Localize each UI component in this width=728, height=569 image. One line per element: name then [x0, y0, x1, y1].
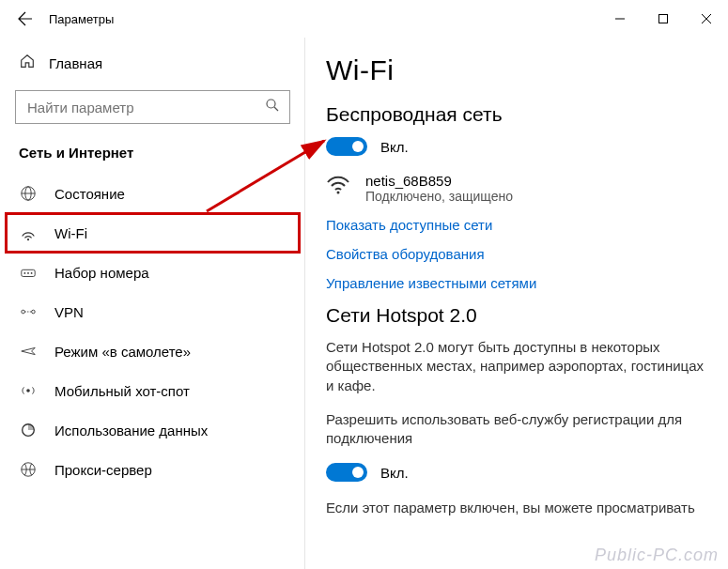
- hotspot-description: Сети Hotspot 2.0 могут быть доступны в н…: [326, 338, 707, 395]
- maximize-icon: [658, 14, 668, 23]
- close-button[interactable]: [685, 4, 728, 34]
- sidebar-item-wifi[interactable]: Wi-Fi: [6, 213, 300, 253]
- wifi-signal-icon: [326, 173, 350, 198]
- svg-point-11: [24, 272, 26, 274]
- link-known-networks[interactable]: Управление известными сетями: [326, 275, 707, 291]
- svg-point-4: [267, 100, 275, 108]
- sidebar-item-dialup[interactable]: Набор номера: [0, 253, 305, 292]
- search-icon: [265, 98, 280, 116]
- sidebar-item-data-usage[interactable]: Использование данных: [0, 410, 305, 450]
- globe-icon: [19, 185, 38, 202]
- hotspot-toggle-label: Вкл.: [380, 465, 409, 481]
- vpn-icon: [19, 303, 38, 320]
- svg-point-14: [22, 310, 25, 314]
- watermark: Public-PC.com: [595, 546, 719, 565]
- sidebar-item-label: VPN: [54, 304, 84, 320]
- arrow-left-icon: [18, 11, 33, 26]
- search-input[interactable]: [25, 99, 265, 116]
- sidebar-section-title: Сеть и Интернет: [0, 141, 305, 174]
- back-button[interactable]: [11, 5, 39, 33]
- sidebar-item-proxy[interactable]: Прокси-сервер: [0, 450, 305, 489]
- minimize-icon: [615, 14, 625, 23]
- svg-point-13: [31, 272, 33, 274]
- current-network[interactable]: netis_68B859 Подключено, защищено: [326, 173, 707, 204]
- sidebar-item-label: Прокси-сервер: [54, 462, 152, 478]
- page-title: Wi-Fi: [326, 54, 707, 86]
- link-show-networks[interactable]: Показать доступные сети: [326, 217, 707, 233]
- svg-point-12: [27, 272, 29, 274]
- sidebar: Главная Сеть и Интернет Состояние Wi-Fi …: [0, 38, 305, 569]
- title-bar: Параметры: [0, 0, 728, 38]
- svg-point-21: [337, 192, 340, 194]
- wireless-section-header: Беспроводная сеть: [326, 103, 707, 126]
- data-usage-icon: [19, 422, 38, 438]
- close-icon: [702, 14, 711, 23]
- window-title: Параметры: [49, 12, 114, 26]
- search-input-container[interactable]: [15, 90, 290, 124]
- svg-point-15: [32, 310, 36, 314]
- svg-rect-1: [659, 15, 668, 23]
- svg-line-5: [274, 107, 278, 111]
- sidebar-item-airplane[interactable]: Режим «в самолете»: [0, 331, 305, 371]
- wifi-toggle-label: Вкл.: [380, 139, 409, 155]
- sidebar-item-label: Состояние: [54, 186, 125, 202]
- minimize-button[interactable]: [598, 4, 642, 34]
- final-text: Если этот параметр включен, вы можете пр…: [326, 499, 707, 517]
- wifi-icon: [19, 224, 38, 241]
- sidebar-item-label: Режим «в самолете»: [54, 344, 191, 360]
- home-icon: [19, 53, 36, 73]
- svg-point-9: [27, 238, 29, 240]
- sidebar-item-label: Использование данных: [54, 423, 208, 438]
- sidebar-item-label: Wi-Fi: [54, 225, 87, 241]
- sidebar-home[interactable]: Главная: [0, 45, 305, 85]
- sidebar-item-vpn[interactable]: VPN: [0, 292, 305, 331]
- svg-point-17: [26, 389, 30, 392]
- content-area: Wi-Fi Беспроводная сеть Вкл. netis_68B85…: [305, 38, 728, 569]
- network-name: netis_68B859: [365, 173, 513, 189]
- wifi-toggle[interactable]: [326, 137, 367, 156]
- maximize-button[interactable]: [642, 4, 685, 34]
- proxy-icon: [19, 461, 38, 478]
- hotspot-toggle[interactable]: [326, 463, 367, 482]
- hotspot-icon: [19, 382, 38, 399]
- hotspot-section-header: Сети Hotspot 2.0: [326, 304, 707, 327]
- sidebar-item-status[interactable]: Состояние: [0, 174, 305, 213]
- dial-icon: [19, 264, 38, 281]
- sidebar-item-hotspot[interactable]: Мобильный хот-спот: [0, 371, 305, 410]
- sidebar-item-label: Мобильный хот-спот: [54, 383, 190, 399]
- sidebar-home-label: Главная: [49, 55, 102, 71]
- network-status: Подключено, защищено: [365, 189, 513, 204]
- airplane-icon: [19, 343, 38, 360]
- hotspot-permission-text: Разрешить использовать веб-службу регист…: [326, 410, 707, 449]
- link-hardware-properties[interactable]: Свойства оборудования: [326, 246, 707, 262]
- sidebar-item-label: Набор номера: [54, 265, 149, 281]
